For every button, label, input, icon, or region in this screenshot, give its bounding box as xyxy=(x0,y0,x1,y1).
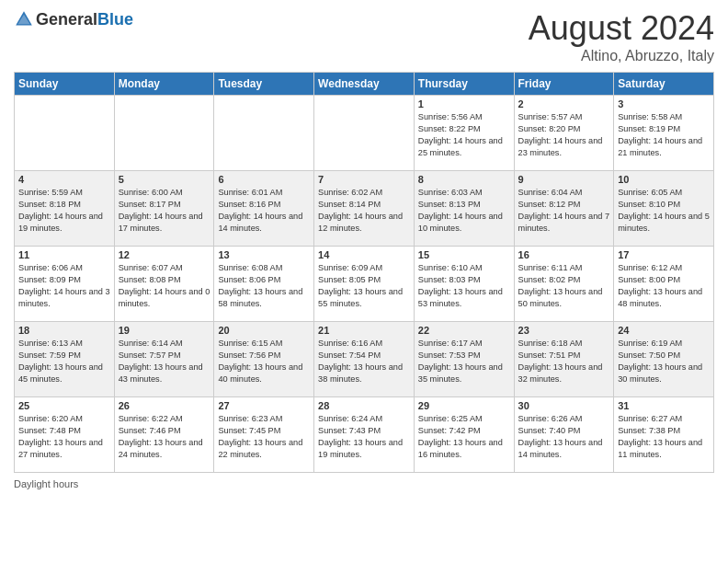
day-of-week-monday: Monday xyxy=(114,73,214,96)
day-number: 27 xyxy=(218,400,310,411)
day-number: 14 xyxy=(318,249,410,260)
day-info: Sunrise: 6:00 AM Sunset: 8:17 PM Dayligh… xyxy=(119,187,210,235)
day-number: 5 xyxy=(119,174,210,185)
day-info: Sunrise: 6:16 AM Sunset: 7:54 PM Dayligh… xyxy=(318,338,410,385)
day-of-week-wednesday: Wednesday xyxy=(314,73,415,96)
calendar-cell: 17Sunrise: 6:12 AM Sunset: 8:00 PM Dayli… xyxy=(614,247,714,322)
calendar-body: 1Sunrise: 5:56 AM Sunset: 8:22 PM Daylig… xyxy=(15,96,714,473)
calendar-cell: 12Sunrise: 6:07 AM Sunset: 8:08 PM Dayli… xyxy=(114,247,214,322)
footer: Daylight hours xyxy=(14,478,714,489)
day-number: 13 xyxy=(218,249,310,260)
day-number: 3 xyxy=(618,98,710,109)
daylight-label: Daylight hours xyxy=(14,478,78,489)
day-number: 19 xyxy=(119,325,210,336)
day-number: 21 xyxy=(318,325,410,336)
day-number: 20 xyxy=(218,325,310,336)
day-number: 12 xyxy=(119,249,210,260)
calendar-cell: 10Sunrise: 6:05 AM Sunset: 8:10 PM Dayli… xyxy=(614,171,714,247)
day-info: Sunrise: 6:03 AM Sunset: 8:13 PM Dayligh… xyxy=(418,187,510,235)
calendar-cell xyxy=(15,96,115,171)
day-info: Sunrise: 5:57 AM Sunset: 8:20 PM Dayligh… xyxy=(518,111,610,159)
day-info: Sunrise: 6:13 AM Sunset: 7:59 PM Dayligh… xyxy=(18,338,110,385)
calendar-cell: 26Sunrise: 6:22 AM Sunset: 7:46 PM Dayli… xyxy=(114,397,214,473)
day-info: Sunrise: 6:12 AM Sunset: 8:00 PM Dayligh… xyxy=(618,262,710,310)
location-title: Altino, Abruzzo, Italy xyxy=(529,48,714,64)
day-number: 15 xyxy=(418,249,510,260)
day-info: Sunrise: 6:23 AM Sunset: 7:45 PM Dayligh… xyxy=(218,413,310,461)
page: GeneralBlue August 2024 Altino, Abruzzo,… xyxy=(0,0,728,499)
header: GeneralBlue August 2024 Altino, Abruzzo,… xyxy=(14,9,714,64)
day-info: Sunrise: 6:22 AM Sunset: 7:46 PM Dayligh… xyxy=(119,413,210,461)
calendar-cell: 21Sunrise: 6:16 AM Sunset: 7:54 PM Dayli… xyxy=(314,322,415,397)
week-row: 4Sunrise: 5:59 AM Sunset: 8:18 PM Daylig… xyxy=(15,171,714,247)
day-number: 9 xyxy=(518,174,610,185)
day-info: Sunrise: 5:58 AM Sunset: 8:19 PM Dayligh… xyxy=(618,111,710,159)
month-title: August 2024 xyxy=(529,9,714,48)
day-number: 25 xyxy=(18,400,110,411)
calendar-cell: 22Sunrise: 6:17 AM Sunset: 7:53 PM Dayli… xyxy=(414,322,514,397)
day-info: Sunrise: 6:04 AM Sunset: 8:12 PM Dayligh… xyxy=(518,187,610,235)
calendar-cell: 31Sunrise: 6:27 AM Sunset: 7:38 PM Dayli… xyxy=(614,397,714,473)
title-block: August 2024 Altino, Abruzzo, Italy xyxy=(529,9,714,64)
logo: GeneralBlue xyxy=(14,9,133,29)
header-row: SundayMondayTuesdayWednesdayThursdayFrid… xyxy=(15,73,714,96)
calendar-cell: 27Sunrise: 6:23 AM Sunset: 7:45 PM Dayli… xyxy=(214,397,314,473)
calendar-cell: 7Sunrise: 6:02 AM Sunset: 8:14 PM Daylig… xyxy=(314,171,415,247)
day-info: Sunrise: 6:20 AM Sunset: 7:48 PM Dayligh… xyxy=(18,413,110,461)
day-info: Sunrise: 6:15 AM Sunset: 7:56 PM Dayligh… xyxy=(218,338,310,385)
calendar-cell: 29Sunrise: 6:25 AM Sunset: 7:42 PM Dayli… xyxy=(414,397,514,473)
day-number: 22 xyxy=(418,325,510,336)
day-info: Sunrise: 6:24 AM Sunset: 7:43 PM Dayligh… xyxy=(318,413,410,461)
calendar-cell: 11Sunrise: 6:06 AM Sunset: 8:09 PM Dayli… xyxy=(15,247,115,322)
calendar-cell: 20Sunrise: 6:15 AM Sunset: 7:56 PM Dayli… xyxy=(214,322,314,397)
day-info: Sunrise: 6:27 AM Sunset: 7:38 PM Dayligh… xyxy=(618,413,710,461)
calendar-cell: 18Sunrise: 6:13 AM Sunset: 7:59 PM Dayli… xyxy=(15,322,115,397)
day-info: Sunrise: 5:56 AM Sunset: 8:22 PM Dayligh… xyxy=(418,111,510,159)
day-of-week-saturday: Saturday xyxy=(614,73,714,96)
day-number: 6 xyxy=(218,174,310,185)
day-number: 31 xyxy=(618,400,710,411)
calendar-cell: 5Sunrise: 6:00 AM Sunset: 8:17 PM Daylig… xyxy=(114,171,214,247)
day-of-week-thursday: Thursday xyxy=(414,73,514,96)
calendar-cell: 16Sunrise: 6:11 AM Sunset: 8:02 PM Dayli… xyxy=(514,247,614,322)
day-info: Sunrise: 6:26 AM Sunset: 7:40 PM Dayligh… xyxy=(518,413,610,461)
logo-general: General xyxy=(36,10,97,29)
day-info: Sunrise: 6:02 AM Sunset: 8:14 PM Dayligh… xyxy=(318,187,410,235)
calendar-cell: 3Sunrise: 5:58 AM Sunset: 8:19 PM Daylig… xyxy=(614,96,714,171)
logo-icon xyxy=(14,9,34,29)
day-number: 11 xyxy=(18,249,110,260)
calendar-cell: 15Sunrise: 6:10 AM Sunset: 8:03 PM Dayli… xyxy=(414,247,514,322)
day-info: Sunrise: 6:10 AM Sunset: 8:03 PM Dayligh… xyxy=(418,262,510,310)
day-info: Sunrise: 6:01 AM Sunset: 8:16 PM Dayligh… xyxy=(218,187,310,235)
day-info: Sunrise: 6:17 AM Sunset: 7:53 PM Dayligh… xyxy=(418,338,510,385)
week-row: 25Sunrise: 6:20 AM Sunset: 7:48 PM Dayli… xyxy=(15,397,714,473)
calendar-cell: 23Sunrise: 6:18 AM Sunset: 7:51 PM Dayli… xyxy=(514,322,614,397)
day-of-week-tuesday: Tuesday xyxy=(214,73,314,96)
day-number: 1 xyxy=(418,98,510,109)
week-row: 18Sunrise: 6:13 AM Sunset: 7:59 PM Dayli… xyxy=(15,322,714,397)
calendar-cell: 24Sunrise: 6:19 AM Sunset: 7:50 PM Dayli… xyxy=(614,322,714,397)
logo-blue: Blue xyxy=(97,10,133,29)
week-row: 11Sunrise: 6:06 AM Sunset: 8:09 PM Dayli… xyxy=(15,247,714,322)
calendar-cell: 9Sunrise: 6:04 AM Sunset: 8:12 PM Daylig… xyxy=(514,171,614,247)
day-number: 7 xyxy=(318,174,410,185)
day-number: 29 xyxy=(418,400,510,411)
calendar-cell xyxy=(114,96,214,171)
calendar-cell: 13Sunrise: 6:08 AM Sunset: 8:06 PM Dayli… xyxy=(214,247,314,322)
calendar-table: SundayMondayTuesdayWednesdayThursdayFrid… xyxy=(14,72,714,473)
day-number: 28 xyxy=(318,400,410,411)
day-info: Sunrise: 6:09 AM Sunset: 8:05 PM Dayligh… xyxy=(318,262,410,310)
day-number: 24 xyxy=(618,325,710,336)
calendar-header: SundayMondayTuesdayWednesdayThursdayFrid… xyxy=(15,73,714,96)
day-number: 18 xyxy=(18,325,110,336)
day-number: 30 xyxy=(518,400,610,411)
calendar-cell: 14Sunrise: 6:09 AM Sunset: 8:05 PM Dayli… xyxy=(314,247,415,322)
day-number: 17 xyxy=(618,249,710,260)
calendar-cell: 19Sunrise: 6:14 AM Sunset: 7:57 PM Dayli… xyxy=(114,322,214,397)
calendar-cell: 28Sunrise: 6:24 AM Sunset: 7:43 PM Dayli… xyxy=(314,397,415,473)
day-info: Sunrise: 6:25 AM Sunset: 7:42 PM Dayligh… xyxy=(418,413,510,461)
calendar-cell: 1Sunrise: 5:56 AM Sunset: 8:22 PM Daylig… xyxy=(414,96,514,171)
calendar-cell: 30Sunrise: 6:26 AM Sunset: 7:40 PM Dayli… xyxy=(514,397,614,473)
day-info: Sunrise: 6:05 AM Sunset: 8:10 PM Dayligh… xyxy=(618,187,710,235)
day-info: Sunrise: 6:07 AM Sunset: 8:08 PM Dayligh… xyxy=(119,262,210,310)
